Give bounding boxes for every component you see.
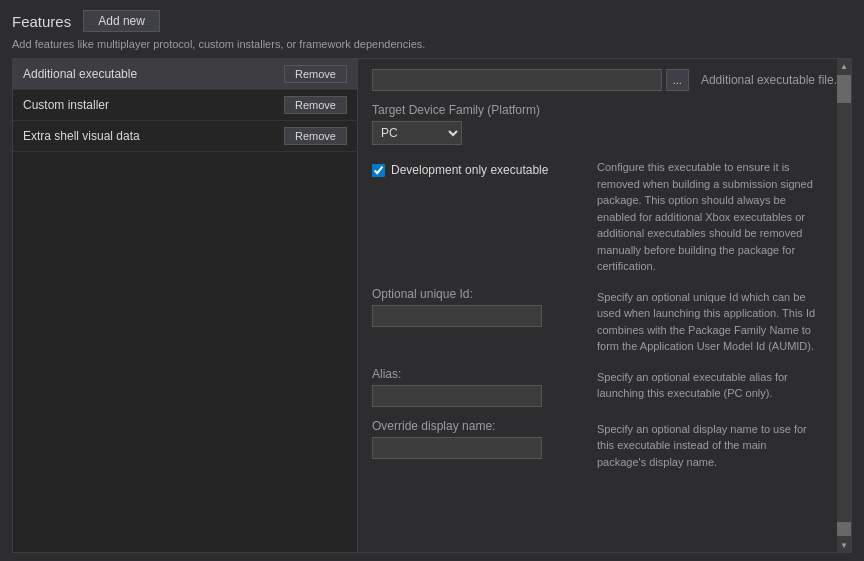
override-display-name-left: Override display name: — [372, 419, 587, 471]
optional-unique-id-left: Optional unique Id: — [372, 287, 587, 355]
subtitle: Add features like multiplayer protocol, … — [12, 38, 852, 50]
feature-item-extra-shell[interactable]: Extra shell visual data Remove — [13, 121, 357, 152]
scrollbar-track: ▲ ▼ — [837, 59, 851, 552]
optional-unique-id-input[interactable] — [372, 305, 542, 327]
dev-only-checkbox-label: Development only executable — [391, 163, 548, 177]
add-new-button[interactable]: Add new — [83, 10, 160, 32]
dev-only-checkbox-row: Development only executable — [372, 163, 587, 177]
override-display-name-section: Override display name: Specify an option… — [372, 419, 837, 471]
feature-label-custom-installer: Custom installer — [23, 98, 109, 112]
scrollbar-down-arrow[interactable]: ▼ — [837, 538, 851, 552]
dev-only-left: Development only executable — [372, 157, 587, 275]
target-device-section: Target Device Family (Platform) PC Xbox … — [372, 103, 837, 145]
alias-section: Alias: Specify an optional executable al… — [372, 367, 837, 407]
dev-only-checkbox[interactable] — [372, 164, 385, 177]
feature-label-additional-executable: Additional executable — [23, 67, 137, 81]
optional-unique-id-description: Specify an optional unique Id which can … — [597, 287, 817, 355]
target-device-select[interactable]: PC Xbox Mobile — [372, 121, 462, 145]
target-device-label: Target Device Family (Platform) — [372, 103, 837, 117]
feature-label-extra-shell: Extra shell visual data — [23, 129, 140, 143]
scrollbar-thumb-bottom[interactable] — [837, 522, 851, 536]
remove-button-extra-shell[interactable]: Remove — [284, 127, 347, 145]
feature-item-additional-executable[interactable]: Additional executable Remove — [13, 59, 357, 90]
optional-unique-id-section: Optional unique Id: Specify an optional … — [372, 287, 837, 355]
main-area: Additional executable Remove Custom inst… — [12, 58, 852, 553]
left-panel: Additional executable Remove Custom inst… — [13, 59, 358, 552]
alias-input[interactable] — [372, 385, 542, 407]
page-header: Features Add new — [12, 10, 852, 32]
override-display-name-input[interactable] — [372, 437, 542, 459]
remove-button-additional-executable[interactable]: Remove — [284, 65, 347, 83]
scrollbar-thumb-top[interactable] — [837, 75, 851, 103]
page-container: Features Add new Add features like multi… — [0, 0, 864, 561]
optional-unique-id-label: Optional unique Id: — [372, 287, 587, 301]
remove-button-custom-installer[interactable]: Remove — [284, 96, 347, 114]
file-input-row: ... Additional executable file. — [372, 69, 837, 91]
scrollbar-up-arrow[interactable]: ▲ — [837, 59, 851, 73]
dev-only-section: Development only executable Configure th… — [372, 157, 837, 275]
page-title: Features — [12, 13, 71, 30]
browse-button[interactable]: ... — [666, 69, 689, 91]
dev-only-description: Configure this executable to ensure it i… — [597, 157, 817, 275]
alias-description: Specify an optional executable alias for… — [597, 367, 817, 407]
additional-executable-label: Additional executable file. — [701, 73, 837, 87]
alias-label: Alias: — [372, 367, 587, 381]
override-display-name-description: Specify an optional display name to use … — [597, 419, 817, 471]
file-path-input[interactable] — [372, 69, 662, 91]
override-display-name-label: Override display name: — [372, 419, 587, 433]
feature-item-custom-installer[interactable]: Custom installer Remove — [13, 90, 357, 121]
alias-left: Alias: — [372, 367, 587, 407]
right-panel: ... Additional executable file. Target D… — [358, 59, 851, 552]
